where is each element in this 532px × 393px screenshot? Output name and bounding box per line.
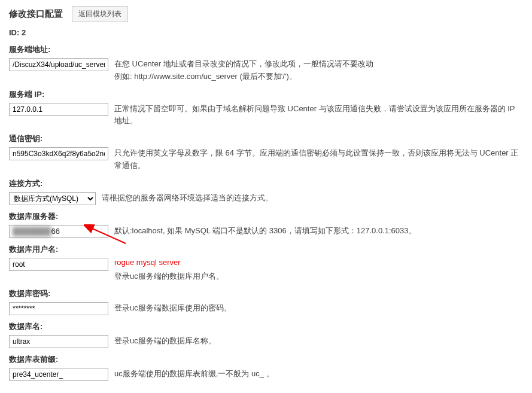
server-ip-label: 服务端 IP:: [9, 89, 523, 100]
db-host-label: 数据库服务器:: [9, 211, 523, 222]
conn-help: 请根据您的服务器网络环境选择适当的连接方式。: [102, 192, 523, 205]
record-id: ID: 2: [9, 28, 523, 37]
key-label: 通信密钥:: [9, 133, 523, 144]
server-addr-help: 在您 UCenter 地址或者目录改变的情况下，修改此项，一般情况请不要改动 例…: [114, 58, 523, 83]
page-title: 修改接口配置: [9, 8, 63, 20]
db-name-label: 数据库名:: [9, 321, 523, 332]
db-prefix-input[interactable]: [9, 368, 108, 381]
db-pass-label: 数据库密码:: [9, 288, 523, 299]
conn-label: 连接方式:: [9, 178, 523, 189]
db-host-help: 默认:localhost, 如果 MySQL 端口不是默认的 3306，请填写如…: [114, 225, 523, 237]
back-button[interactable]: 返回模块列表: [72, 6, 128, 22]
db-pass-help: 登录uc服务端数据库使用的密码。: [114, 302, 523, 315]
key-input[interactable]: [9, 147, 108, 160]
db-pass-input[interactable]: [9, 302, 108, 315]
db-name-input[interactable]: [9, 335, 108, 348]
db-prefix-help: uc服务端使用的数据库表前缀,一不般为 uc_ 。: [114, 368, 523, 380]
rogue-annotation: rogue mysql server: [114, 257, 523, 269]
db-user-label: 数据库用户名:: [9, 244, 523, 255]
key-help: 只允许使用英文字母及数字，限 64 字节。应用端的通信密钥必须与此设置保持一致，…: [114, 147, 523, 172]
db-name-help: 登录uc服务端的数据库名称。: [114, 335, 523, 348]
server-ip-help: 正常情况下留空即可。如果由于域名解析问题导致 UCenter 与该应用通信失败，…: [114, 103, 523, 128]
db-user-input[interactable]: [9, 258, 108, 271]
server-addr-label: 服务端地址:: [9, 44, 523, 55]
conn-select[interactable]: 数据库方式(MySQL): [9, 192, 96, 205]
db-user-help: 登录uc服务端的数据库用户名。: [114, 272, 224, 281]
db-host-input[interactable]: [9, 225, 108, 238]
server-ip-input[interactable]: [9, 103, 108, 116]
db-prefix-label: 数据库表前缀:: [9, 354, 523, 365]
server-addr-input[interactable]: [9, 58, 108, 71]
